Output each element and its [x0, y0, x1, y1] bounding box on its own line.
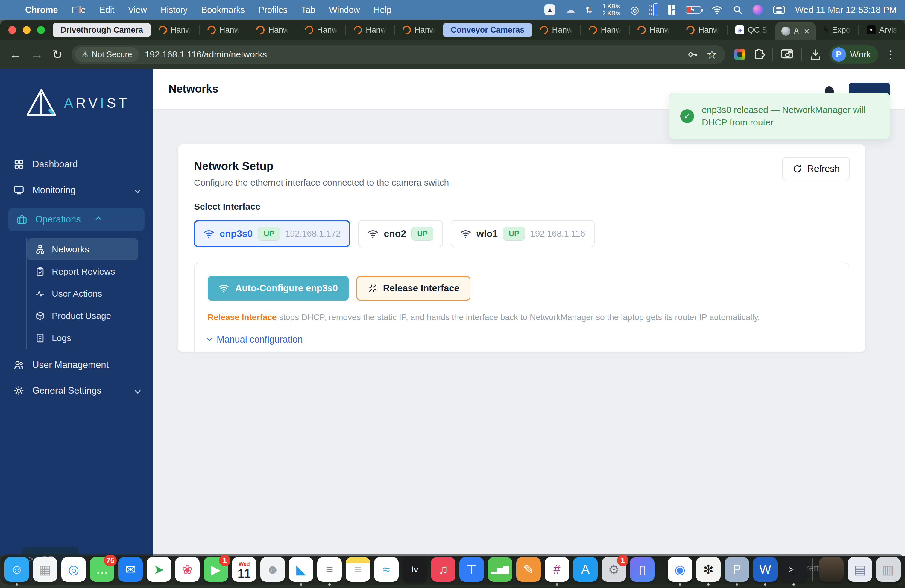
battery-icon[interactable]: ϟ: [686, 6, 701, 14]
tab-hanwha-3[interactable]: Hanw: [252, 22, 293, 38]
dock-keynote-icon[interactable]: ⊤: [459, 557, 484, 582]
interface-option-wlo1[interactable]: wlo1 UP 192.168.1.116: [451, 220, 595, 247]
menu-edit[interactable]: Edit: [99, 5, 114, 15]
menu-file[interactable]: File: [72, 5, 86, 15]
menu-bookmarks[interactable]: Bookmarks: [202, 5, 245, 15]
menu-view[interactable]: View: [128, 5, 147, 15]
url-text[interactable]: 192.168.1.116/admin/networks: [145, 49, 681, 60]
stage-manager-icon[interactable]: [668, 5, 675, 15]
network-arrows-icon[interactable]: ⇅: [585, 5, 592, 15]
close-window-button[interactable]: [8, 26, 16, 34]
dock-finder-icon[interactable]: ☺: [5, 557, 29, 582]
lens-icon[interactable]: [734, 49, 746, 60]
profile-chip[interactable]: P Work: [829, 45, 878, 64]
dock-freeform-icon[interactable]: ≈: [374, 557, 399, 582]
siri-icon[interactable]: [753, 5, 763, 15]
menu-help[interactable]: Help: [374, 5, 392, 15]
close-tab-icon[interactable]: ×: [804, 26, 810, 37]
dock-postgres-icon[interactable]: P: [724, 557, 749, 582]
tab-hanwha-5[interactable]: Hanw: [349, 22, 391, 38]
vanta-status-icon[interactable]: ▲: [545, 5, 555, 15]
sidebar-item-monitoring[interactable]: Monitoring: [0, 177, 153, 203]
tab-arvis[interactable]: ✦Arvis: [862, 22, 902, 38]
tab-hanwha-10[interactable]: Hanw: [682, 22, 723, 38]
spotlight-icon[interactable]: [733, 5, 743, 15]
menu-window[interactable]: Window: [329, 5, 360, 15]
back-button[interactable]: ←: [9, 47, 22, 62]
sidebar-item-user-actions[interactable]: User Actions: [27, 283, 138, 305]
not-secure-chip[interactable]: ⚠ Not Secure: [75, 47, 138, 62]
dock-launchpad-icon[interactable]: ▦: [33, 557, 57, 582]
tab-hanwha-6[interactable]: Hanw: [399, 22, 439, 38]
dock-chrome-icon[interactable]: ◉: [668, 557, 692, 582]
tab-hanwha-4[interactable]: Hanw: [301, 22, 342, 38]
sidebar-item-logs[interactable]: Logs: [27, 327, 138, 349]
wifi-status-icon[interactable]: [711, 5, 723, 14]
manual-configuration-link[interactable]: Manual configuration: [208, 334, 835, 345]
dock-safari-icon[interactable]: ◎: [61, 557, 86, 582]
release-interface-button[interactable]: Release Interface: [356, 276, 470, 300]
dock-window-thumb-dark-icon[interactable]: [819, 557, 844, 582]
download-icon[interactable]: [809, 48, 822, 61]
sidebar-item-product-usage[interactable]: Product Usage: [27, 305, 138, 327]
dock-chatgpt-icon[interactable]: ✻: [696, 557, 721, 582]
menu-history[interactable]: History: [161, 5, 187, 15]
dock-messages-icon[interactable]: …75: [90, 557, 114, 582]
cloud-status-icon[interactable]: ☁: [565, 4, 575, 16]
dock-numbers-icon[interactable]: ▂▅▇: [488, 557, 512, 582]
sidebar-item-networks[interactable]: Networks: [27, 238, 138, 261]
onepassword-icon[interactable]: ◎: [630, 4, 639, 16]
tab-expo[interactable]: ϟExpo: [819, 22, 854, 38]
dock-slack-icon[interactable]: #: [545, 557, 569, 582]
omnibox[interactable]: ⚠ Not Secure 192.168.1.116/admin/network…: [71, 45, 725, 64]
dock-contacts-icon[interactable]: ☻: [260, 557, 285, 582]
tab-hanwha-8[interactable]: Hanw: [584, 22, 626, 38]
zoom-window-button[interactable]: [37, 26, 45, 34]
tab-qc[interactable]: ◈QC S: [731, 22, 772, 38]
menu-chrome[interactable]: Chrome: [25, 5, 58, 15]
forward-button[interactable]: →: [30, 47, 43, 62]
dock-system-settings-icon[interactable]: ⚙1: [602, 557, 626, 582]
dock-apple-tv-icon[interactable]: tv: [403, 557, 427, 582]
menu-bar-clock[interactable]: Wed 11 Mar 12:53:18 PM: [795, 5, 897, 15]
dock-notes-icon[interactable]: ≡: [346, 557, 370, 582]
interface-option-enp3s0[interactable]: enp3s0 UP 192.168.1.172: [194, 220, 350, 247]
tab-hanwha-1[interactable]: Hanw: [154, 22, 195, 38]
tab-group-conveyor[interactable]: Conveyor Cameras: [443, 23, 532, 37]
tab-hanwha-9[interactable]: Hanw: [633, 22, 674, 38]
control-center-icon[interactable]: [773, 6, 785, 14]
dock-calendar-icon[interactable]: Wed11: [232, 557, 256, 582]
dock-app-store-icon[interactable]: A: [573, 557, 598, 582]
sidebar-item-user-management[interactable]: User Management: [0, 352, 153, 378]
minimize-window-button[interactable]: [23, 26, 30, 34]
sidebar-item-operations[interactable]: Operations: [8, 208, 144, 231]
sidebar-item-report-reviews[interactable]: Report Reviews: [27, 261, 138, 283]
refresh-button[interactable]: Refresh: [782, 157, 850, 180]
extensions-puzzle-icon[interactable]: [753, 48, 765, 61]
tab-hanwha-2[interactable]: Hanw: [203, 22, 244, 38]
dock-photos-icon[interactable]: ❀: [175, 557, 200, 582]
tab-search-icon[interactable]: [780, 48, 794, 61]
dock-iphone-mirroring-icon[interactable]: ▯: [630, 557, 654, 582]
tab-arvist-admin-active[interactable]: A ×: [775, 22, 816, 40]
dock-window-thumb-light-icon[interactable]: ▤: [848, 557, 872, 582]
tab-group-drivethrough[interactable]: Drivethrough Camera: [53, 23, 151, 37]
menu-tab[interactable]: Tab: [302, 5, 316, 15]
dock-music-icon[interactable]: ♫: [431, 557, 456, 582]
sidebar-item-general-settings[interactable]: General Settings: [0, 378, 153, 404]
dock-word-icon[interactable]: W: [753, 557, 778, 582]
dock-reminders-icon[interactable]: ≡: [317, 557, 342, 582]
interface-option-eno2[interactable]: eno2 UP: [358, 220, 443, 247]
dock-vscode-icon[interactable]: ◣: [289, 557, 313, 582]
dock-facetime-icon[interactable]: ▶1: [203, 557, 228, 582]
dock-mail-icon[interactable]: ✉: [118, 557, 143, 582]
network-speed[interactable]: 1 KB/s 2 KB/s: [602, 3, 620, 17]
dock-trash-icon[interactable]: ▥: [876, 557, 900, 582]
dock-maps-icon[interactable]: ➤: [147, 557, 171, 582]
menu-profiles[interactable]: Profiles: [259, 5, 287, 15]
tab-hanwha-7[interactable]: Hanw: [536, 22, 577, 38]
dock-terminal-icon[interactable]: >_: [781, 557, 806, 582]
sidebar-item-dashboard[interactable]: Dashboard: [0, 151, 153, 177]
bookmark-star-icon[interactable]: ☆: [707, 48, 718, 61]
passwords-key-icon[interactable]: [687, 49, 699, 60]
